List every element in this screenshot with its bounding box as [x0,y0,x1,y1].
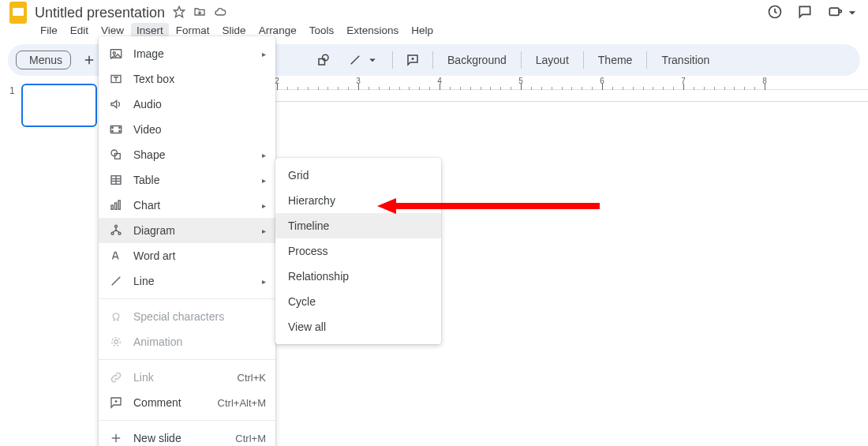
diagram-submenu: GridHierarchyTimelineProcessRelationship… [275,158,441,344]
slide-thumbnail[interactable] [21,84,97,127]
animation-icon [108,334,124,350]
theme-button[interactable]: Theme [590,51,641,69]
shape-icon [108,147,124,163]
background-button[interactable]: Background [440,51,514,69]
insert-menu-item-text-box[interactable]: Text box [99,66,275,92]
insert-menu-dropdown: Image▸Text boxAudioVideoShape▸Table▸Char… [99,36,275,446]
menu-tools[interactable]: Tools [304,23,340,38]
insert-menu-item-word-art[interactable]: Word art [99,243,275,268]
menu-help[interactable]: Help [406,23,439,38]
insert-menu-item-link: LinkCtrl+K [99,365,275,390]
present-icon[interactable] [827,5,860,21]
svg-point-18 [112,131,114,133]
textbox-icon [108,71,124,87]
history-icon[interactable] [767,4,783,22]
diagram-submenu-item-hierarchy[interactable]: Hierarchy [275,188,441,213]
svg-point-31 [111,232,114,234]
menu-item-label: Chart [133,199,160,212]
diagram-submenu-item-view-all[interactable]: View all [275,314,441,339]
svg-point-20 [119,131,121,133]
slides-logo[interactable] [8,2,28,23]
slide-number: 1 [9,84,15,127]
submenu-item-label: Timeline [288,219,329,232]
svg-point-17 [112,127,114,129]
menu-item-label: Link [133,371,154,384]
table-icon [108,172,124,188]
insert-menu-item-new-slide[interactable]: New slideCtrl+M [99,425,275,446]
menu-item-shortcut: Ctrl+K [238,372,266,384]
menu-item-label: Special characters [133,310,224,323]
insert-menu-item-chart[interactable]: Chart▸ [99,193,275,218]
svg-point-21 [111,150,118,156]
comment-icon [108,395,124,410]
menu-extensions[interactable]: Extensions [341,23,404,38]
svg-point-32 [118,232,121,234]
comments-icon[interactable] [797,4,813,22]
menu-item-label: Line [133,275,154,287]
insert-shape-toolbar-button[interactable] [310,50,337,70]
svg-point-3 [839,10,841,13]
menu-item-label: Video [133,123,162,136]
menu-item-label: Shape [133,148,165,161]
diagram-submenu-item-timeline[interactable]: Timeline [275,213,441,238]
insert-menu-item-comment[interactable]: CommentCtrl+Alt+M [99,390,275,415]
menu-item-label: Diagram [133,224,175,237]
diagram-submenu-item-process[interactable]: Process [275,238,441,264]
insert-line-toolbar-button[interactable] [342,50,386,70]
layout-button[interactable]: Layout [528,51,577,69]
svg-line-33 [112,277,121,286]
insert-menu-item-audio[interactable]: Audio [99,92,275,117]
line-icon [108,273,124,289]
submenu-item-label: Hierarchy [288,194,335,207]
insert-menu-item-image[interactable]: Image▸ [99,41,275,66]
star-icon[interactable] [173,6,185,21]
diagram-submenu-item-cycle[interactable]: Cycle [275,289,441,314]
svg-rect-2 [829,8,839,15]
transition-button[interactable]: Transition [653,51,717,69]
menu-item-label: Image [133,47,164,60]
menu-edit[interactable]: Edit [65,23,94,38]
menu-format[interactable]: Format [170,23,215,38]
svg-rect-27 [111,205,113,209]
wordart-icon [108,248,124,264]
menu-insert[interactable]: Insert [131,23,169,38]
insert-menu-item-line[interactable]: Line▸ [99,268,275,294]
submenu-arrow-icon: ▸ [262,176,266,185]
svg-point-35 [112,338,121,347]
svg-point-19 [119,127,121,129]
submenu-arrow-icon: ▸ [262,151,266,159]
submenu-arrow-icon: ▸ [262,201,266,210]
audio-icon [108,96,124,112]
cloud-status-icon[interactable] [214,6,226,21]
submenu-item-label: Relationship [288,270,349,283]
submenu-arrow-icon: ▸ [262,50,266,58]
menu-item-shortcut: Ctrl+M [235,433,266,444]
menu-item-label: Audio [133,98,162,111]
insert-menu-item-table[interactable]: Table▸ [99,167,275,193]
move-folder-icon[interactable] [193,6,206,21]
svg-line-10 [351,56,360,65]
menu-item-label: Animation [133,335,182,348]
menu-arrange[interactable]: Arrange [253,23,302,38]
diagram-submenu-item-relationship[interactable]: Relationship [275,264,441,289]
menu-view[interactable]: View [95,23,129,38]
diagram-icon [108,223,124,238]
diagram-submenu-item-grid[interactable]: Grid [275,163,441,188]
insert-menu-item-special-characters: Special characters [99,304,275,329]
insert-menu-item-shape[interactable]: Shape▸ [99,142,275,167]
insert-menu-item-video[interactable]: Video [99,117,275,142]
video-icon [108,122,124,137]
menu-slide[interactable]: Slide [217,23,252,38]
insert-menu-item-animation: Animation [99,329,275,354]
search-menus-button[interactable]: Menus [16,51,71,69]
svg-rect-28 [115,203,117,209]
svg-marker-0 [174,6,184,17]
document-title[interactable]: Untitled presentation [35,5,165,21]
menu-file[interactable]: File [35,23,63,38]
menu-item-label: Table [133,174,159,186]
submenu-arrow-icon: ▸ [262,277,266,286]
insert-comment-toolbar-button[interactable] [399,50,426,70]
submenu-item-label: Process [288,245,328,257]
insert-menu-item-diagram[interactable]: Diagram▸ [99,218,275,243]
chart-icon [108,197,124,213]
